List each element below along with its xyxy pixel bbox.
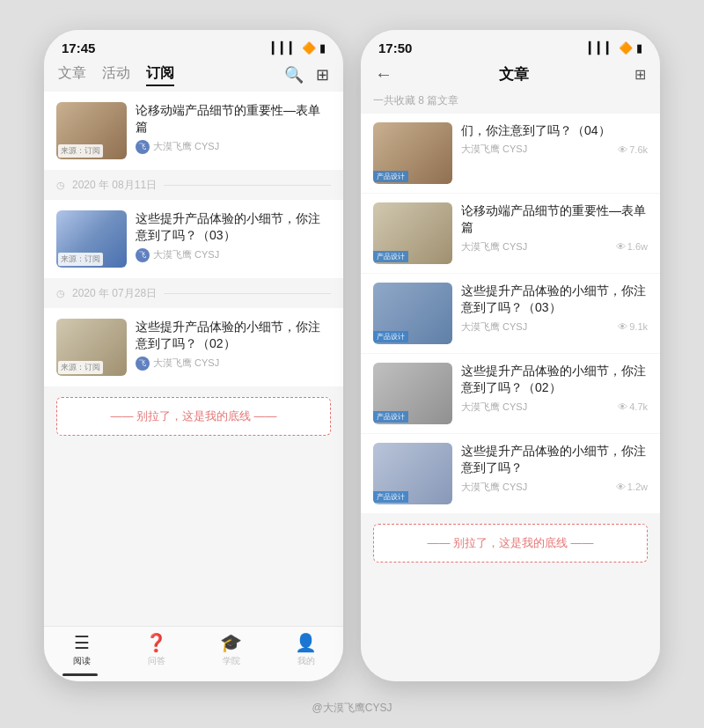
qa-label: 问答: [148, 655, 165, 667]
left-nav-tabs: 文章 活动 订阅: [58, 64, 284, 86]
left-bottom-hint: —— 别拉了，这是我的底线 ——: [56, 397, 331, 436]
tab-article[interactable]: 文章: [58, 64, 86, 86]
right-article-meta-1: 论移动端产品细节的重要性—表单篇 大漠飞鹰 CYSJ 👁 1.6w: [461, 202, 648, 254]
academy-label: 学院: [223, 655, 240, 667]
collection-count: 一共收藏 8 篇文章: [361, 90, 660, 114]
right-article-title-4: 这些提升产品体验的小细节，你注意到了吗？: [461, 443, 648, 477]
tab-activity[interactable]: 活动: [102, 64, 130, 86]
signal-icon: ▎▎▎: [272, 41, 298, 55]
wifi-icon: 🔶: [302, 41, 316, 55]
right-author-4: 大漠飞鹰 CYSJ: [461, 481, 527, 494]
right-article-title-3: 这些提升产品体验的小细节，你注意到了吗？（02）: [461, 363, 648, 397]
right-grid-icon[interactable]: ⊞: [634, 66, 646, 83]
right-article-item-3[interactable]: 产品设计 这些提升产品体验的小细节，你注意到了吗？（02） 大漠飞鹰 CYSJ …: [361, 354, 660, 433]
left-thumb-0: 来源：订阅: [56, 102, 127, 159]
right-article-footer-1: 大漠飞鹰 CYSJ 👁 1.6w: [461, 240, 648, 254]
right-article-meta-2: 这些提升产品体验的小细节，你注意到了吗？（03） 大漠飞鹰 CYSJ 👁 9.1…: [461, 283, 648, 334]
left-nav-bar: 文章 活动 订阅 🔍 ⊞: [44, 59, 343, 92]
right-article-list: 产品设计 们，你注意到了吗？（04） 大漠飞鹰 CYSJ 👁 7.6k 产品设计: [361, 114, 660, 681]
watermark: @大漠飞鹰CYSJ: [312, 701, 392, 716]
right-article-title-0: 们，你注意到了吗？（04）: [461, 122, 648, 140]
read-label: 阅读: [73, 655, 91, 667]
right-article-title-1: 论移动端产品细节的重要性—表单篇: [461, 202, 648, 237]
left-thumb-label-2: 来源：订阅: [58, 361, 103, 374]
view-count-3: 👁 4.7k: [618, 401, 648, 412]
right-article-meta-4: 这些提升产品体验的小细节，你注意到了吗？ 大漠飞鹰 CYSJ 👁 1.2w: [461, 443, 648, 494]
left-article-meta-1: 这些提升产品体验的小细节，你注意到了吗？（03） 飞 大漠飞鹰 CYSJ: [136, 210, 331, 262]
tab-subscribe[interactable]: 订阅: [146, 64, 174, 86]
app-wrapper: 17:45 ▎▎▎ 🔶 ▮ 文章 活动 订阅 🔍 ⊞: [0, 0, 704, 728]
qa-icon: ❓: [145, 632, 167, 653]
mine-icon: 👤: [295, 632, 317, 653]
right-bottom-hint: —— 别拉了，这是我的底线 ——: [373, 524, 648, 563]
right-battery-icon: ▮: [636, 41, 642, 55]
left-phone: 17:45 ▎▎▎ 🔶 ▮ 文章 活动 订阅 🔍 ⊞: [44, 30, 343, 681]
date-text-0: 2020 年 08月11日: [72, 178, 157, 193]
tab-qa[interactable]: ❓ 问答: [119, 632, 194, 667]
author-avatar-1: 飞: [136, 248, 150, 262]
search-icon[interactable]: 🔍: [284, 65, 304, 85]
right-thumb-3: 产品设计: [373, 363, 452, 424]
right-article-item-0[interactable]: 产品设计 们，你注意到了吗？（04） 大漠飞鹰 CYSJ 👁 7.6k: [361, 114, 660, 193]
category-tag-0: 产品设计: [373, 171, 408, 182]
left-article-author-2: 飞 大漠飞鹰 CYSJ: [136, 357, 331, 371]
left-article-item-0[interactable]: 来源：订阅 论移动端产品细节的重要性—表单篇 飞 大漠飞鹰 CYSJ: [44, 92, 343, 170]
left-thumb-2: 来源：订阅: [56, 319, 127, 376]
right-article-item-4[interactable]: 产品设计 这些提升产品体验的小细节，你注意到了吗？ 大漠飞鹰 CYSJ 👁 1.…: [361, 434, 660, 513]
divider-line-1: [164, 293, 331, 294]
left-tab-bar: ☰ 阅读 ❓ 问答 🎓 学院 👤 我的: [44, 626, 343, 681]
left-article-item-2[interactable]: 来源：订阅 这些提升产品体验的小细节，你注意到了吗？（02） 飞 大漠飞鹰 CY…: [44, 308, 343, 386]
author-avatar-0: 飞: [136, 140, 150, 154]
tab-indicator: [62, 673, 98, 676]
view-count-2: 👁 9.1k: [618, 321, 648, 332]
left-article-title-2: 这些提升产品体验的小细节，你注意到了吗？（02）: [136, 319, 331, 353]
date-text-1: 2020 年 07月28日: [72, 286, 157, 301]
right-article-footer-0: 大漠飞鹰 CYSJ 👁 7.6k: [461, 143, 648, 156]
view-count-1: 👁 1.6w: [616, 241, 648, 252]
left-article-title-1: 这些提升产品体验的小细节，你注意到了吗？（03）: [136, 210, 331, 245]
left-thumb-label-1: 来源：订阅: [58, 253, 103, 266]
tab-mine[interactable]: 👤 我的: [268, 632, 343, 667]
right-thumb-1: 产品设计: [373, 202, 452, 264]
right-article-meta-3: 这些提升产品体验的小细节，你注意到了吗？（02） 大漠飞鹰 CYSJ 👁 4.7…: [461, 363, 648, 414]
right-article-item-1[interactable]: 产品设计 论移动端产品细节的重要性—表单篇 大漠飞鹰 CYSJ 👁 1.6w: [361, 194, 660, 273]
read-icon: ☰: [74, 632, 90, 653]
right-author-0: 大漠飞鹰 CYSJ: [461, 143, 527, 156]
divider-line-0: [164, 185, 331, 186]
clock-icon-0: ◷: [56, 180, 65, 191]
left-status-icons: ▎▎▎ 🔶 ▮: [272, 41, 326, 55]
right-status-bar: 17:50 ▎▎▎ 🔶 ▮: [361, 30, 660, 59]
tab-academy[interactable]: 🎓 学院: [194, 632, 268, 667]
tab-read[interactable]: ☰ 阅读: [44, 632, 119, 667]
right-article-item-2[interactable]: 产品设计 这些提升产品体验的小细节，你注意到了吗？（03） 大漠飞鹰 CYSJ …: [361, 274, 660, 353]
right-time: 17:50: [378, 40, 412, 55]
right-nav-bar: ← 文章 ⊞: [361, 59, 660, 90]
right-phone: 17:50 ▎▎▎ 🔶 ▮ ← 文章 ⊞ 一共收藏 8 篇文章 产品设计: [361, 30, 660, 681]
right-article-footer-3: 大漠飞鹰 CYSJ 👁 4.7k: [461, 401, 648, 414]
back-button[interactable]: ←: [375, 64, 392, 85]
right-article-footer-2: 大漠飞鹰 CYSJ 👁 9.1k: [461, 320, 648, 334]
category-tag-1: 产品设计: [373, 251, 408, 262]
right-author-2: 大漠飞鹰 CYSJ: [461, 320, 527, 334]
left-article-author-1: 飞 大漠飞鹰 CYSJ: [136, 248, 331, 262]
right-thumb-0: 产品设计: [373, 122, 452, 184]
right-article-meta-0: 们，你注意到了吗？（04） 大漠飞鹰 CYSJ 👁 7.6k: [461, 122, 648, 157]
mine-label: 我的: [297, 655, 315, 667]
right-author-3: 大漠飞鹰 CYSJ: [461, 401, 527, 414]
author-avatar-2: 飞: [136, 357, 150, 371]
battery-icon: ▮: [319, 41, 326, 55]
left-article-item-1[interactable]: 来源：订阅 这些提升产品体验的小细节，你注意到了吗？（03） 飞 大漠飞鹰 CY…: [44, 200, 343, 278]
clock-icon-1: ◷: [56, 288, 65, 299]
left-article-meta-0: 论移动端产品细节的重要性—表单篇 飞 大漠飞鹰 CYSJ: [136, 102, 331, 154]
category-tag-2: 产品设计: [373, 331, 408, 342]
right-page-title: 文章: [392, 64, 634, 85]
left-article-meta-2: 这些提升产品体验的小细节，你注意到了吗？（02） 飞 大漠飞鹰 CYSJ: [136, 319, 331, 371]
category-tag-4: 产品设计: [373, 491, 408, 503]
left-article-author-0: 飞 大漠飞鹰 CYSJ: [136, 140, 331, 154]
right-thumb-4: 产品设计: [373, 443, 452, 504]
left-author-name-0: 大漠飞鹰 CYSJ: [153, 140, 219, 153]
left-nav-actions: 🔍 ⊞: [284, 65, 329, 85]
grid-layout-icon[interactable]: ⊞: [316, 65, 329, 85]
left-date-divider-1: ◷ 2020 年 07月28日: [44, 279, 343, 308]
left-thumb-label-0: 来源：订阅: [58, 144, 103, 158]
